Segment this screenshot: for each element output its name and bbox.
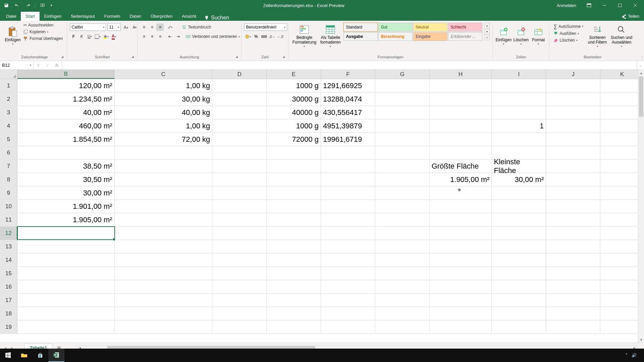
- insert-cells-button[interactable]: Einfügen▾: [495, 22, 512, 50]
- cell-J19[interactable]: [546, 320, 600, 334]
- cell-I17[interactable]: [492, 294, 546, 307]
- column-header-D[interactable]: D: [212, 70, 267, 79]
- cell-D10[interactable]: [212, 200, 267, 213]
- redo-button[interactable]: [23, 1, 32, 9]
- qat-customize-button[interactable]: ▾: [49, 1, 54, 9]
- cell-I14[interactable]: [492, 253, 546, 266]
- enter-formula-button[interactable]: ✓: [43, 63, 52, 68]
- cell-B15[interactable]: [17, 267, 115, 280]
- cell-E4[interactable]: 1000 g: [267, 119, 321, 132]
- row-header-13[interactable]: 13: [0, 240, 17, 253]
- row-header-11[interactable]: 11: [0, 213, 17, 226]
- cell-C14[interactable]: [115, 253, 213, 266]
- cell-I10[interactable]: [492, 200, 546, 213]
- collapse-ribbon-button[interactable]: ˇ: [641, 56, 643, 60]
- underline-button[interactable]: U▾: [86, 33, 93, 40]
- cell-G8[interactable]: [375, 173, 430, 186]
- cell-K17[interactable]: [600, 294, 644, 307]
- cell-C9[interactable]: [115, 186, 213, 199]
- cell-I4[interactable]: 1: [492, 119, 546, 132]
- cell-I18[interactable]: [492, 307, 546, 320]
- autosum-button[interactable]: ∑AutoSumme▾: [552, 23, 585, 30]
- cell-B11[interactable]: 1.905,00 m²: [17, 213, 115, 226]
- paste-button[interactable]: Einfügen▾: [5, 22, 21, 50]
- cell-K9[interactable]: [600, 186, 644, 199]
- cell-H5[interactable]: [430, 133, 492, 146]
- cell-C4[interactable]: 1,00 kg: [115, 119, 213, 132]
- cell-J12[interactable]: [546, 227, 600, 240]
- cell-I16[interactable]: [492, 280, 546, 293]
- indent-increase-button[interactable]: ⇥: [174, 33, 182, 40]
- cell-C1[interactable]: 1,00 kg: [115, 79, 213, 92]
- style-output[interactable]: Ausgabe: [343, 32, 378, 41]
- cell-H2[interactable]: [430, 93, 492, 106]
- row-header-4[interactable]: 4: [0, 119, 17, 132]
- align-middle-button[interactable]: ≡: [148, 23, 156, 31]
- decrease-decimal-button[interactable]: ←,0: [276, 33, 284, 40]
- cell-E12[interactable]: [267, 227, 321, 240]
- style-standard[interactable]: Standard: [343, 23, 378, 32]
- cell-E18[interactable]: [267, 307, 321, 320]
- dialog-launcher[interactable]: ◢: [130, 55, 135, 59]
- cell-E16[interactable]: [267, 280, 321, 293]
- cell-B13[interactable]: [17, 240, 115, 253]
- cell-D4[interactable]: [212, 119, 267, 132]
- scroll-up-arrow[interactable]: ▴: [638, 70, 644, 76]
- cell-F14[interactable]: [321, 253, 375, 266]
- cell-D17[interactable]: [212, 294, 267, 307]
- column-header-J[interactable]: J: [546, 70, 600, 79]
- cell-F12[interactable]: [321, 227, 375, 240]
- cell-G7[interactable]: [375, 160, 430, 173]
- cell-J11[interactable]: [546, 213, 600, 226]
- cell-D7[interactable]: [212, 160, 267, 173]
- cell-F8[interactable]: [321, 173, 375, 186]
- cell-D11[interactable]: [212, 213, 267, 226]
- cell-I15[interactable]: [492, 267, 546, 280]
- cell-D9[interactable]: [212, 186, 267, 199]
- cell-G11[interactable]: [375, 213, 430, 226]
- cell-J7[interactable]: [546, 160, 600, 173]
- cell-G12[interactable]: [375, 227, 430, 240]
- cell-J3[interactable]: [546, 106, 600, 119]
- cell-C6[interactable]: [115, 146, 213, 159]
- cell-J2[interactable]: [546, 93, 600, 106]
- thousand-sep-button[interactable]: 000: [260, 33, 268, 40]
- taskbar-store[interactable]: [32, 349, 48, 362]
- style-bad[interactable]: Schlecht: [448, 23, 482, 32]
- cell-K10[interactable]: [600, 200, 644, 213]
- cell-I7[interactable]: Kleinste Fläche: [492, 160, 546, 173]
- cell-I12[interactable]: [492, 227, 546, 240]
- find-select-button[interactable]: Suchen und Auswählen▾: [610, 22, 633, 50]
- row-header-17[interactable]: 17: [0, 294, 17, 307]
- taskbar-explorer[interactable]: [16, 349, 32, 362]
- row-header-9[interactable]: 9: [0, 186, 17, 199]
- cell-K14[interactable]: [600, 253, 644, 266]
- save-button[interactable]: [2, 1, 11, 9]
- cell-J5[interactable]: [546, 133, 600, 146]
- cell-C3[interactable]: 40,00 kg: [115, 106, 213, 119]
- row-header-8[interactable]: 8: [0, 173, 17, 186]
- cell-B4[interactable]: 460,00 m²: [17, 119, 115, 132]
- cell-H16[interactable]: [430, 280, 492, 293]
- cell-F9[interactable]: [321, 186, 375, 199]
- dialog-launcher[interactable]: ◢: [60, 55, 64, 59]
- cell-G14[interactable]: [375, 253, 430, 266]
- cell-H8[interactable]: 1.905,00 m²: [430, 173, 492, 186]
- cell-I8[interactable]: 30,00 m²: [492, 173, 546, 186]
- dialog-launcher[interactable]: ◢: [234, 55, 238, 59]
- row-header-14[interactable]: 14: [0, 253, 17, 266]
- cell-F6[interactable]: [321, 146, 375, 159]
- row-header-3[interactable]: 3: [0, 106, 17, 119]
- vertical-scrollbar[interactable]: ▴ ▾: [638, 70, 644, 343]
- merge-center-button[interactable]: Verbinden und zentrieren▾: [184, 34, 241, 40]
- cell-B3[interactable]: 40,00 m²: [17, 106, 115, 119]
- row-header-6[interactable]: 6: [0, 146, 17, 159]
- cell-C8[interactable]: [115, 173, 213, 186]
- row-header-5[interactable]: 5: [0, 133, 17, 146]
- cell-F4[interactable]: 4951,39879: [321, 119, 375, 132]
- font-size-select[interactable]: 11▾: [107, 23, 121, 31]
- column-header-C[interactable]: C: [115, 70, 213, 79]
- cell-F16[interactable]: [321, 280, 375, 293]
- cell-H11[interactable]: [430, 213, 492, 226]
- cell-I1[interactable]: [492, 79, 546, 92]
